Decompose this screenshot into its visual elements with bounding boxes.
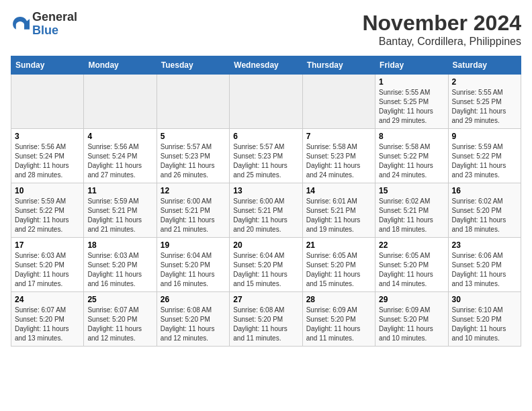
- calendar-cell: 8Sunrise: 5:58 AM Sunset: 5:22 PM Daylig…: [375, 129, 448, 183]
- calendar-cell: 17Sunrise: 6:03 AM Sunset: 5:20 PM Dayli…: [11, 238, 84, 292]
- day-info: Sunrise: 6:08 AM Sunset: 5:20 PM Dayligh…: [233, 306, 298, 343]
- calendar-cell: 7Sunrise: 5:58 AM Sunset: 5:23 PM Daylig…: [302, 129, 375, 183]
- logo-text: General Blue: [32, 11, 77, 38]
- day-info: Sunrise: 5:58 AM Sunset: 5:23 PM Dayligh…: [306, 142, 371, 180]
- weekday-header-sunday: Sunday: [11, 56, 84, 75]
- calendar-cell: 29Sunrise: 6:09 AM Sunset: 5:20 PM Dayli…: [375, 292, 448, 347]
- calendar-cell: 6Sunrise: 5:57 AM Sunset: 5:23 PM Daylig…: [230, 129, 302, 183]
- day-number: 17: [15, 240, 80, 250]
- day-info: Sunrise: 5:56 AM Sunset: 5:24 PM Dayligh…: [15, 142, 80, 180]
- weekday-header-wednesday: Wednesday: [230, 56, 302, 75]
- weekday-header-thursday: Thursday: [302, 56, 375, 75]
- day-number: 23: [452, 240, 517, 250]
- title-area: November 2024 Bantay, Cordillera, Philip…: [362, 11, 521, 48]
- day-info: Sunrise: 6:02 AM Sunset: 5:21 PM Dayligh…: [379, 197, 444, 234]
- day-number: 15: [379, 186, 444, 195]
- calendar-cell: [302, 75, 375, 129]
- day-number: 4: [87, 132, 152, 141]
- calendar-cell: 28Sunrise: 6:09 AM Sunset: 5:20 PM Dayli…: [302, 292, 375, 347]
- day-number: 6: [233, 132, 298, 141]
- calendar-cell: 10Sunrise: 5:59 AM Sunset: 5:22 PM Dayli…: [11, 183, 84, 238]
- calendar-cell: 18Sunrise: 6:03 AM Sunset: 5:20 PM Dayli…: [84, 238, 157, 292]
- day-info: Sunrise: 6:00 AM Sunset: 5:21 PM Dayligh…: [161, 197, 226, 234]
- calendar-cell: 22Sunrise: 6:05 AM Sunset: 5:20 PM Dayli…: [375, 238, 448, 292]
- calendar-cell: 12Sunrise: 6:00 AM Sunset: 5:21 PM Dayli…: [157, 183, 229, 238]
- day-info: Sunrise: 6:10 AM Sunset: 5:20 PM Dayligh…: [452, 306, 517, 343]
- day-number: 30: [452, 295, 517, 304]
- day-info: Sunrise: 6:06 AM Sunset: 5:20 PM Dayligh…: [452, 251, 517, 289]
- day-info: Sunrise: 6:01 AM Sunset: 5:21 PM Dayligh…: [306, 197, 371, 234]
- weekday-header-tuesday: Tuesday: [157, 56, 229, 75]
- calendar-cell: [11, 75, 84, 129]
- day-info: Sunrise: 6:08 AM Sunset: 5:20 PM Dayligh…: [161, 306, 226, 343]
- week-row-5: 24Sunrise: 6:07 AM Sunset: 5:20 PM Dayli…: [11, 292, 521, 347]
- calendar-cell: 30Sunrise: 6:10 AM Sunset: 5:20 PM Dayli…: [448, 292, 521, 347]
- day-info: Sunrise: 6:02 AM Sunset: 5:20 PM Dayligh…: [452, 197, 517, 234]
- calendar-cell: 15Sunrise: 6:02 AM Sunset: 5:21 PM Dayli…: [375, 183, 448, 238]
- day-info: Sunrise: 6:09 AM Sunset: 5:20 PM Dayligh…: [379, 306, 444, 343]
- week-row-4: 17Sunrise: 6:03 AM Sunset: 5:20 PM Dayli…: [11, 238, 521, 292]
- calendar-cell: 3Sunrise: 5:56 AM Sunset: 5:24 PM Daylig…: [11, 129, 84, 183]
- day-info: Sunrise: 5:55 AM Sunset: 5:25 PM Dayligh…: [379, 88, 444, 126]
- day-number: 18: [87, 240, 152, 250]
- calendar-cell: 16Sunrise: 6:02 AM Sunset: 5:20 PM Dayli…: [448, 183, 521, 238]
- day-number: 24: [15, 295, 80, 304]
- day-info: Sunrise: 5:57 AM Sunset: 5:23 PM Dayligh…: [161, 142, 226, 180]
- calendar-cell: 19Sunrise: 6:04 AM Sunset: 5:20 PM Dayli…: [157, 238, 229, 292]
- calendar-cell: 13Sunrise: 6:00 AM Sunset: 5:21 PM Dayli…: [230, 183, 302, 238]
- day-info: Sunrise: 5:58 AM Sunset: 5:22 PM Dayligh…: [379, 142, 444, 180]
- day-number: 13: [233, 186, 298, 195]
- day-info: Sunrise: 6:00 AM Sunset: 5:21 PM Dayligh…: [233, 197, 298, 234]
- calendar-cell: 21Sunrise: 6:05 AM Sunset: 5:20 PM Dayli…: [302, 238, 375, 292]
- calendar-cell: 4Sunrise: 5:56 AM Sunset: 5:24 PM Daylig…: [84, 129, 157, 183]
- day-number: 19: [161, 240, 226, 250]
- calendar-cell: [230, 75, 302, 129]
- day-number: 29: [379, 295, 444, 304]
- day-info: Sunrise: 5:57 AM Sunset: 5:23 PM Dayligh…: [233, 142, 298, 180]
- day-number: 3: [15, 132, 80, 141]
- day-number: 22: [379, 240, 444, 250]
- header: General Blue November 2024 Bantay, Cordi…: [11, 11, 521, 48]
- day-number: 27: [233, 295, 298, 304]
- location: Bantay, Cordillera, Philippines: [362, 36, 521, 48]
- day-info: Sunrise: 5:59 AM Sunset: 5:22 PM Dayligh…: [15, 197, 80, 234]
- calendar-table: SundayMondayTuesdayWednesdayThursdayFrid…: [11, 56, 521, 347]
- day-number: 28: [306, 295, 371, 304]
- calendar-cell: 1Sunrise: 5:55 AM Sunset: 5:25 PM Daylig…: [375, 75, 448, 129]
- week-row-2: 3Sunrise: 5:56 AM Sunset: 5:24 PM Daylig…: [11, 129, 521, 183]
- calendar-cell: 14Sunrise: 6:01 AM Sunset: 5:21 PM Dayli…: [302, 183, 375, 238]
- calendar-cell: 20Sunrise: 6:04 AM Sunset: 5:20 PM Dayli…: [230, 238, 302, 292]
- day-info: Sunrise: 6:07 AM Sunset: 5:20 PM Dayligh…: [15, 306, 80, 343]
- day-info: Sunrise: 5:59 AM Sunset: 5:22 PM Dayligh…: [452, 142, 517, 180]
- weekday-header-row: SundayMondayTuesdayWednesdayThursdayFrid…: [11, 56, 521, 75]
- day-number: 20: [233, 240, 298, 250]
- logo: General Blue: [11, 11, 77, 38]
- calendar-cell: 5Sunrise: 5:57 AM Sunset: 5:23 PM Daylig…: [157, 129, 229, 183]
- logo-icon: [11, 15, 30, 34]
- day-info: Sunrise: 6:03 AM Sunset: 5:20 PM Dayligh…: [15, 251, 80, 289]
- day-number: 11: [87, 186, 152, 195]
- day-info: Sunrise: 6:03 AM Sunset: 5:20 PM Dayligh…: [87, 251, 152, 289]
- weekday-header-friday: Friday: [375, 56, 448, 75]
- day-number: 10: [15, 186, 80, 195]
- calendar-cell: [157, 75, 229, 129]
- month-year: November 2024: [362, 11, 521, 36]
- calendar-cell: 27Sunrise: 6:08 AM Sunset: 5:20 PM Dayli…: [230, 292, 302, 347]
- day-number: 5: [161, 132, 226, 141]
- calendar-cell: [84, 75, 157, 129]
- calendar-cell: 23Sunrise: 6:06 AM Sunset: 5:20 PM Dayli…: [448, 238, 521, 292]
- day-number: 9: [452, 132, 517, 141]
- day-info: Sunrise: 5:56 AM Sunset: 5:24 PM Dayligh…: [87, 142, 152, 180]
- day-info: Sunrise: 6:05 AM Sunset: 5:20 PM Dayligh…: [306, 251, 371, 289]
- calendar-cell: 26Sunrise: 6:08 AM Sunset: 5:20 PM Dayli…: [157, 292, 229, 347]
- day-info: Sunrise: 6:07 AM Sunset: 5:20 PM Dayligh…: [87, 306, 152, 343]
- day-number: 14: [306, 186, 371, 195]
- weekday-header-monday: Monday: [84, 56, 157, 75]
- day-number: 1: [379, 77, 444, 87]
- day-info: Sunrise: 6:04 AM Sunset: 5:20 PM Dayligh…: [233, 251, 298, 289]
- day-number: 25: [87, 295, 152, 304]
- day-number: 21: [306, 240, 371, 250]
- day-info: Sunrise: 6:09 AM Sunset: 5:20 PM Dayligh…: [306, 306, 371, 343]
- day-number: 26: [161, 295, 226, 304]
- calendar-cell: 9Sunrise: 5:59 AM Sunset: 5:22 PM Daylig…: [448, 129, 521, 183]
